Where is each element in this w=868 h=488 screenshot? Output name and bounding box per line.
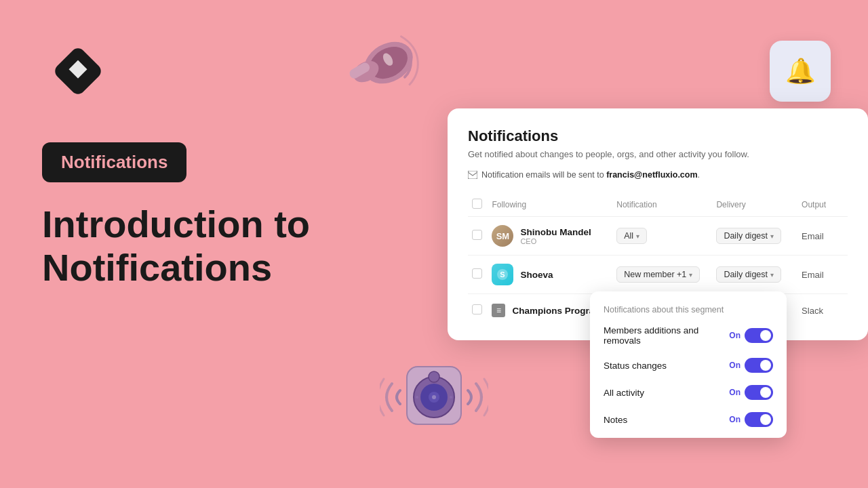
- output-value: Email: [802, 231, 824, 241]
- following-cell: S Shoeva: [488, 256, 612, 294]
- notification-value: All: [624, 231, 633, 241]
- chevron-down-icon: ▾: [636, 232, 639, 240]
- toggle-thumb: [760, 387, 771, 398]
- app-logo: [47, 41, 108, 102]
- popup-item-label: Status changes: [604, 361, 667, 371]
- svg-point-12: [429, 371, 439, 382]
- row-checkbox-cell: [468, 256, 488, 294]
- output-cell: Email: [797, 256, 848, 294]
- chevron-down-icon: ▾: [770, 271, 774, 279]
- notifications-badge: Notifications: [42, 142, 186, 182]
- toggle-notes[interactable]: On: [729, 412, 773, 427]
- popup-item-label: Notes: [604, 415, 627, 425]
- person-role: CEO: [520, 237, 591, 245]
- person-name: Shoeva: [520, 270, 553, 280]
- avatar: SM: [492, 225, 513, 247]
- toggle-track[interactable]: [745, 358, 773, 373]
- delivery-dropdown[interactable]: Daily digest ▾: [716, 228, 781, 244]
- toggle-activity[interactable]: On: [729, 385, 773, 400]
- notification-value: New member +1: [624, 270, 686, 279]
- toggle-members[interactable]: On: [729, 328, 773, 343]
- intro-title: Introduction to Notifications: [42, 203, 327, 290]
- row-checkbox-cell: [468, 294, 488, 327]
- megaphone-icon: [332, 21, 428, 123]
- popup-title: Notifications about this segment: [604, 305, 773, 314]
- th-notification: Notification: [612, 193, 712, 217]
- delivery-cell: Daily digest ▾: [712, 256, 797, 294]
- popup-row: Members additions and removals On: [604, 325, 773, 346]
- email-address: francis@netfluxio.com: [606, 170, 697, 180]
- person-name: Shinobu Mandel: [520, 227, 591, 237]
- delivery-value: Daily digest: [724, 231, 768, 241]
- avatar: S: [492, 264, 513, 285]
- speaker-icon: [380, 353, 488, 447]
- notification-cell: New member +1 ▾: [612, 256, 712, 294]
- email-notice-text: Notification emails will be sent to fran…: [481, 170, 700, 180]
- th-following: Following: [488, 193, 612, 217]
- notification-dropdown[interactable]: All ▾: [616, 228, 647, 244]
- row-checkbox-cell: [468, 217, 488, 256]
- toggle-track[interactable]: [745, 385, 773, 400]
- toggle-track[interactable]: [745, 412, 773, 427]
- output-value: Email: [802, 270, 824, 280]
- output-cell: Slack: [797, 294, 848, 327]
- bell-notification-card: 🔔: [770, 41, 831, 102]
- panel-subtitle: Get notified about changes to people, or…: [468, 149, 848, 159]
- following-cell: SM Shinobu Mandel CEO: [488, 217, 612, 256]
- toggle-thumb: [760, 330, 771, 341]
- svg-rect-15: [468, 171, 477, 179]
- chevron-down-icon: ▾: [689, 271, 692, 279]
- notification-dropdown[interactable]: New member +1 ▾: [616, 266, 700, 283]
- notification-cell: All ▾: [612, 217, 712, 256]
- popup-row: All activity On: [604, 385, 773, 400]
- table-row: SM Shinobu Mandel CEO All ▾: [468, 217, 848, 256]
- delivery-value: Daily digest: [724, 270, 768, 279]
- chevron-down-icon: ▾: [770, 232, 774, 240]
- segment-notifications-popup: Notifications about this segment Members…: [590, 291, 787, 438]
- svg-point-13: [416, 396, 418, 399]
- program-icon: ≡: [492, 304, 505, 317]
- toggle-track[interactable]: [745, 328, 773, 343]
- panel-title: Notifications: [468, 127, 848, 145]
- th-output: Output: [797, 193, 848, 217]
- bell-icon: 🔔: [785, 57, 816, 85]
- output-cell: Email: [797, 217, 848, 256]
- popup-item-label: Members additions and removals: [604, 325, 729, 346]
- header-checkbox[interactable]: [472, 199, 482, 209]
- svg-point-11: [432, 395, 436, 399]
- email-notice: Notification emails will be sent to fran…: [468, 170, 848, 180]
- svg-text:S: S: [500, 270, 505, 279]
- email-icon: [468, 171, 477, 179]
- row-checkbox[interactable]: [472, 230, 482, 240]
- org-icon: S: [496, 268, 509, 281]
- toggle-status[interactable]: On: [729, 358, 773, 373]
- output-value: Slack: [802, 306, 823, 316]
- delivery-cell: Daily digest ▾: [712, 217, 797, 256]
- toggle-thumb: [760, 414, 771, 425]
- th-delivery: Delivery: [712, 193, 797, 217]
- svg-point-14: [450, 396, 452, 399]
- toggle-thumb: [760, 360, 771, 371]
- person-name: Champions Program: [512, 306, 602, 316]
- th-checkbox: [468, 193, 488, 217]
- row-checkbox[interactable]: [472, 304, 482, 314]
- delivery-dropdown[interactable]: Daily digest ▾: [716, 266, 781, 283]
- popup-row: Notes On: [604, 412, 773, 427]
- left-text-block: Notifications Introduction to Notificati…: [42, 142, 327, 290]
- row-checkbox[interactable]: [472, 268, 482, 279]
- popup-item-label: All activity: [604, 388, 644, 398]
- popup-row: Status changes On: [604, 358, 773, 373]
- table-row: S Shoeva New member +1 ▾: [468, 256, 848, 294]
